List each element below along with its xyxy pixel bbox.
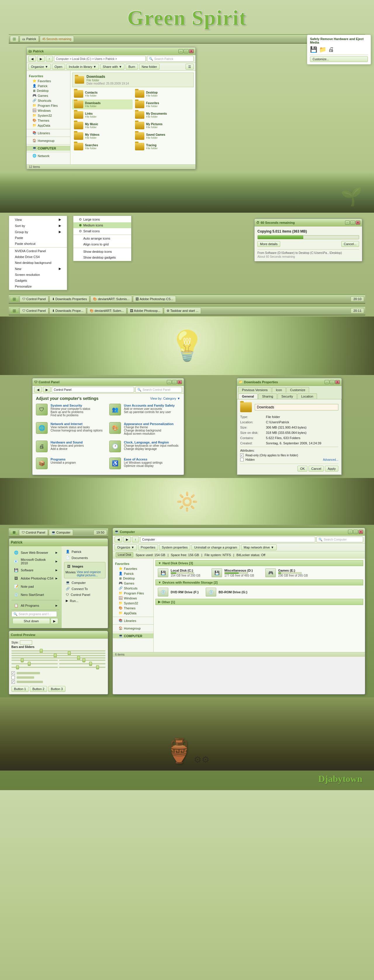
start-documents[interactable]: 📄Documents — [64, 555, 106, 561]
cp-clock-title[interactable]: Clock, Language, and Region — [124, 441, 179, 444]
sidebar-item-favorites[interactable]: ⭐Favorites — [27, 78, 70, 83]
comp-sidebar-programfiles[interactable]: 📁Program Files — [113, 591, 154, 596]
ctx-paste[interactable]: Paste — [9, 235, 67, 241]
folder-savedgames[interactable]: Saved GamesFile folder — [133, 131, 194, 141]
comp-search[interactable]: 🔍 Search Computer — [317, 536, 363, 542]
tb2-btn-2[interactable]: ⬇ Downloads Properties — [49, 296, 90, 302]
tab-customize[interactable]: Customize — [286, 387, 309, 393]
share-btn[interactable]: Share with ▼ — [100, 64, 125, 70]
comp-maximize[interactable]: □ — [353, 530, 358, 534]
open-btn[interactable]: Open — [52, 64, 65, 70]
ctx-gadgets[interactable]: Gadgets — [9, 278, 67, 283]
sidebar-item-themes[interactable]: 🎨Themes — [27, 118, 70, 123]
folder-searches[interactable]: SearchesFile folder — [72, 142, 133, 151]
cp-hardware-title[interactable]: Hardware and Sound — [51, 441, 84, 444]
tb-computer-btn[interactable]: 💻 Computer — [49, 529, 73, 536]
taskbar-timer-btn[interactable]: 45 Seconds remaining — [40, 36, 74, 42]
minimize-btn[interactable]: ─ — [179, 49, 183, 53]
sample-btn-3[interactable]: Button 3 — [48, 686, 65, 692]
sidebar-item-patrick[interactable]: 👤Patrick — [27, 83, 70, 88]
forward-btn[interactable]: ▶ — [37, 56, 45, 62]
tb3-btn-1[interactable]: 🛡 Control Panel — [20, 307, 49, 314]
comp-sidebar-shortcuts[interactable]: 🔗Shortcuts — [113, 585, 154, 591]
comp-sidebar-favorites[interactable]: ⭐Favorites — [113, 566, 154, 571]
props-ok-btn[interactable]: OK — [298, 466, 307, 472]
cp-forward[interactable]: ▶ — [43, 387, 51, 393]
cp-back[interactable]: ◀ — [34, 387, 42, 393]
start-software[interactable]: 💾 Software ▶ — [11, 566, 59, 574]
drive-g[interactable]: 💿 BD-ROM Drive (G:) — [203, 587, 250, 598]
folder-mydocuments[interactable]: My DocumentsFile folder — [133, 110, 194, 120]
ctx-view[interactable]: View▶ — [9, 216, 67, 223]
sidebar-item-homegroup[interactable]: 🏠Homegroup — [27, 138, 70, 143]
start-btn-3[interactable]: ⊞ — [10, 308, 19, 313]
taskbar-user-btn[interactable]: 🗂 Patrick — [20, 36, 39, 42]
comp-system-props[interactable]: System properties — [159, 544, 190, 550]
tab-sharing[interactable]: Sharing — [258, 393, 277, 399]
props-apply-btn[interactable]: Apply — [325, 466, 338, 472]
start-nero[interactable]: 💿 Nero StartSmart — [11, 591, 59, 599]
ctx-show-gadgets[interactable]: Show desktop gadgets — [73, 255, 131, 260]
start-browser[interactable]: 🌐 Save Web Browser ▶ — [11, 549, 59, 557]
comp-sidebar-games[interactable]: 🎮Games — [113, 581, 154, 585]
cp-ease-title[interactable]: Ease of Access — [124, 458, 162, 461]
comp-back[interactable]: ◀ — [114, 536, 122, 542]
ctx-sortby[interactable]: Sort by▶ — [9, 223, 67, 229]
cp-appearance-title[interactable]: Appearance and Personalization — [124, 422, 174, 426]
props-cancel-btn[interactable]: Cancel — [309, 466, 324, 472]
cb-3[interactable]: ✓ — [11, 680, 15, 684]
drive-f[interactable]: 💿 DVD RW Drive (F:) — [155, 587, 202, 598]
cp-minimize[interactable]: ─ — [167, 380, 171, 384]
tab-security[interactable]: Security — [277, 393, 297, 399]
shutdown-arrow-btn[interactable]: ▶ — [51, 618, 58, 624]
cp-users-title[interactable]: User Accounts and Family Safety — [124, 404, 175, 407]
folder-contacts[interactable]: ContactsFile folder — [72, 89, 133, 99]
tb3-btn-2[interactable]: ⬇ Downloads Prope... — [49, 307, 86, 314]
ctx-small-icons[interactable]: Small icons — [73, 228, 131, 234]
props-minimize[interactable]: ─ — [325, 380, 329, 384]
ctx-groupby[interactable]: Group by▶ — [9, 229, 67, 235]
folder-mymusic[interactable]: My MusicFile folder — [72, 121, 133, 130]
ctx-auto-arrange[interactable]: Auto arrange icons — [73, 235, 131, 241]
tb2-btn-1[interactable]: 🛡 Control Panel — [20, 296, 49, 302]
comp-map-drive[interactable]: Map network drive ▼ — [241, 544, 277, 550]
address-bar[interactable]: Computer > Local Disk (C:) > Users > Pat… — [54, 56, 146, 62]
sidebar-item-libraries[interactable]: 📚Libraries — [27, 130, 70, 135]
ctx-medium-icons[interactable]: Medium icons — [73, 222, 131, 228]
comp-up[interactable]: ↑ — [132, 536, 139, 542]
comp-sidebar-homegroup[interactable]: 🏠Homegroup — [113, 626, 154, 631]
ctx-adobe-drive[interactable]: Adobe Drive CS4 — [9, 254, 67, 260]
start-control-panel[interactable]: 🛡Control Panel — [64, 592, 106, 598]
folder-favorites[interactable]: FavoritesFile folder — [133, 99, 194, 110]
comp-forward[interactable]: ▶ — [123, 536, 131, 542]
start-connect[interactable]: 🔗Connect To — [64, 585, 106, 592]
folder-tracing[interactable]: TracingFile folder — [133, 142, 194, 151]
cp-close[interactable]: ✕ — [177, 380, 182, 384]
ctx-paste-shortcut[interactable]: Paste shortcut — [9, 241, 67, 247]
comp-sidebar-patrick[interactable]: 👤Patrick — [113, 571, 154, 576]
sidebar-item-windows[interactable]: 🪟Windows — [27, 108, 70, 113]
folder-myvideos[interactable]: My VideosFile folder — [72, 131, 133, 141]
cp-maximize[interactable]: □ — [172, 380, 177, 384]
sidebar-item-games[interactable]: 🎮Games — [27, 93, 70, 98]
sidebar-item-system32[interactable]: 📁System32 — [27, 113, 70, 118]
sidebar-item-shortcuts[interactable]: 🔗Shortcuts — [27, 98, 70, 103]
more-details-btn[interactable]: More details — [257, 241, 280, 247]
comp-sidebar-computer[interactable]: 💻COMPUTER — [113, 633, 154, 638]
ctx-nvidia[interactable]: NVIDIA Control Panel — [9, 248, 67, 254]
maximize-btn[interactable]: □ — [184, 49, 189, 53]
cb-1[interactable]: ✓ — [11, 671, 15, 675]
sidebar-item-computer[interactable]: 💻COMPUTER — [27, 146, 70, 151]
tb-cp-btn[interactable]: 🛡 Control Panel — [19, 529, 48, 536]
cp-system-title[interactable]: System and Security — [51, 404, 90, 407]
new-folder-btn[interactable]: New folder — [139, 64, 160, 70]
ctx-personalize[interactable]: Personalize — [9, 283, 67, 289]
copy-minimize[interactable]: ─ — [345, 221, 350, 225]
folder-links[interactable]: LinksFile folder — [72, 110, 133, 120]
start-photoshop[interactable]: 🖼 Adobe Photoshop CS4 ▶ — [11, 574, 59, 582]
sample-btn-1[interactable]: Button 1 — [11, 686, 29, 692]
ctx-screen-res[interactable]: Screen resolution — [9, 272, 67, 278]
start-outlook[interactable]: 📧 Microsoft Outlook 2010 ▶ — [11, 557, 59, 566]
cp-search[interactable]: 🔍 Search Control Panel — [135, 387, 182, 393]
start-computer[interactable]: 💻Computer — [64, 579, 106, 585]
